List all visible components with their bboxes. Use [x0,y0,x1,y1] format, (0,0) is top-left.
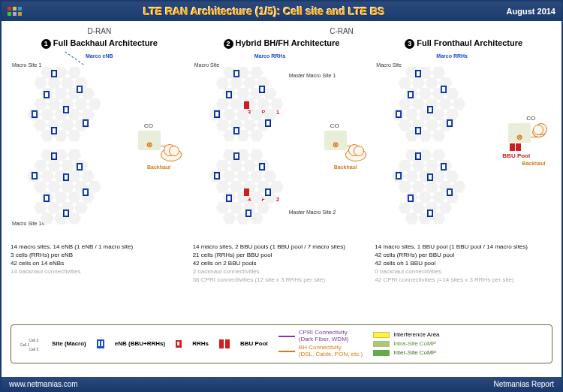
rrh-icon [233,70,239,77]
cloud-icon [532,127,546,137]
co-label: CO [526,115,535,122]
enb-icon [51,70,57,77]
header-bar: LTE RAN Architecture (1/5): Cell site an… [2,2,561,21]
legend-rrh [176,340,182,348]
rrh-icon [214,110,220,118]
rrh-icon [214,172,220,179]
rrh-icon [408,194,414,202]
coltitle-3: 3Full Fronthaul Architecture [375,38,552,49]
num-1: 1 [41,39,51,49]
enb-icon [32,172,38,179]
supertitle-empty [375,27,552,36]
header-date: August 2014 [507,7,555,16]
rrh-icon [265,188,271,196]
rrh-icon [447,188,453,196]
enb-icon [77,163,83,170]
co-icon [138,131,161,150]
co-label: CO [144,122,153,129]
rrh-icon [226,91,232,98]
co-label: CO [330,122,339,129]
logo-icon [8,7,22,16]
legend-enb [97,339,104,348]
rrh-icon [265,119,271,127]
rrh-icon [447,119,453,127]
rrh-icon [415,152,421,160]
column-hybrid: C-RAN 2Hybrid BH/FH Architecture Marco R… [193,27,371,320]
enb-icon [83,188,89,196]
rrh-icon [226,194,232,202]
legend-enb-label: eNB (BBU+RRHs) [115,340,165,347]
rrh-icon [441,86,447,93]
bbu-pool-icon [510,143,515,151]
footer-url: www.netmanias.com [9,380,78,388]
enb-icon [83,119,89,127]
column-dran: D-RAN 1Full Backhaul Architecture Marco … [11,27,188,320]
rrh-icon [396,172,402,179]
bbu-icon [219,339,224,348]
enb-icon [63,106,69,113]
page-title: LTE RAN Architecture (1/5): Cell site an… [22,5,507,17]
backhaul-label: Backhaul [522,161,545,166]
rrh-icon [427,106,433,113]
textblock-1: 14 macro sites, 14 eNB (1 eNB / 1 macro … [11,243,188,276]
textblock-2: 14 macro sites, 2 BBU pools (1 BBU pool … [193,243,371,285]
num-3: 3 [405,39,414,49]
enb-icon [44,194,50,202]
legend-rrh-label: RRHs [192,340,209,347]
backhaul-label: Backhaul [147,164,170,170]
legend-site: Cell 2 Cell 1 Cell 3 [19,335,41,353]
label-master1: Master Macro Site 1 [289,73,336,78]
enb-icon [44,91,50,98]
rrh-icon [259,163,265,170]
label-macro-site: Macro Site [194,62,219,68]
rrh-icon [233,152,239,160]
leader-line [65,51,83,65]
label-marco-rrhs: Marco RRHs [254,53,286,59]
rrh-icon [415,127,421,134]
bbu-icon [225,339,230,348]
label-master2: Master Macro Site 2 [289,210,336,215]
inter-comp-icon [373,350,390,356]
legend-connectivity: CPRI Connectivity(Dark Fiber, WDM) BH Co… [278,330,363,358]
bh-line-icon [278,351,295,352]
label-bbu-pool: BBU Pool [502,152,530,159]
enb-icon [51,127,57,134]
enb-icon [32,110,38,118]
label-macro-site-14: Macro Site 14 [12,221,44,226]
rrh-icon [245,210,251,217]
label-macro-site: Macro Site [376,62,401,68]
body: D-RAN 1Full Backhaul Architecture Marco … [2,21,561,366]
coltitle-1: 1Full Backhaul Architecture [11,38,188,49]
textblock-3: 14 macro sites, 1 BBU pool (1 BBU pool /… [375,243,552,285]
diagram-3: Marco RRHs Macro Site [375,52,552,240]
cpri-line-icon [278,336,295,337]
enb-icon [97,339,104,348]
interference-icon [373,332,390,338]
bbu-pool-icon [516,143,521,151]
label-macro-site-1: Macro Site 1 [12,62,41,68]
rrh-icon [176,340,182,348]
footer-brand: Netmanias Report [493,380,554,388]
enb-icon [51,152,57,160]
legend-site-label: Site (Macro) [52,340,86,347]
bbu-icon [244,101,249,109]
enb-icon [63,173,69,181]
backhaul-label: Backhaul [334,164,357,170]
co-icon [508,123,531,143]
bbu-icon [244,188,249,196]
diagram-2: Marco RRHs Macro Site Master Macro Site … [193,52,371,240]
legend: Cell 2 Cell 1 Cell 3 Site (Macro) eNB (B… [11,324,552,363]
legend-bbu-label: BBU Pool [240,340,268,347]
rrh-icon [259,86,265,93]
diagram-1: Marco eNB Macro Site 1 Macro Site 14 /*c… [11,52,188,240]
cloud-icon [161,148,182,161]
co-icon [324,131,347,150]
enb-icon [63,210,69,217]
rrh-icon [441,163,447,170]
enb-icon [77,86,83,93]
num-2: 2 [224,39,233,49]
rrh-icon [233,127,239,134]
rrh-icon [408,91,414,98]
legend-comp: Interference Area Intra-Site CoMP Inter-… [373,331,439,356]
rrh-icon [427,210,433,217]
